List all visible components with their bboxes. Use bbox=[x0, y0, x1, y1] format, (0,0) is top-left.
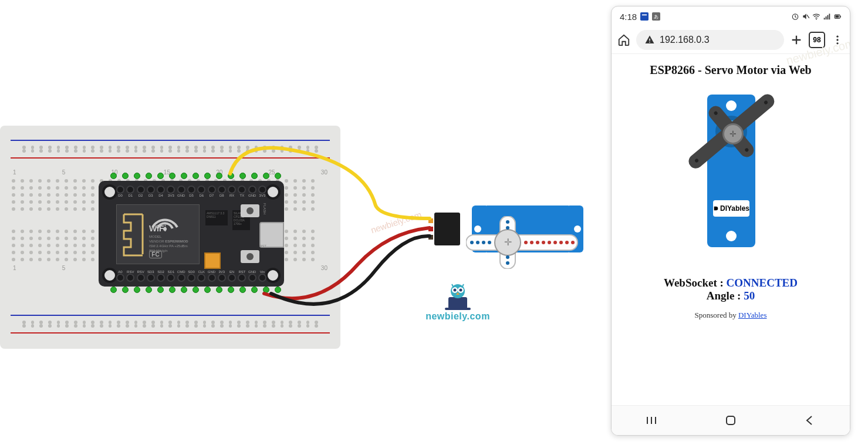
translate-icon: あ bbox=[652, 12, 660, 21]
add-tab-icon[interactable] bbox=[790, 33, 803, 46]
back-button[interactable] bbox=[803, 413, 817, 427]
status-time: 4:18 bbox=[620, 12, 637, 22]
app-icon bbox=[640, 12, 649, 21]
servo-widget[interactable]: ✛ DIYables bbox=[690, 95, 772, 247]
fcc-icon: FC bbox=[149, 251, 162, 258]
svg-point-27 bbox=[454, 289, 457, 292]
svg-point-46 bbox=[836, 36, 838, 38]
svg-rect-42 bbox=[836, 15, 839, 18]
svg-point-12 bbox=[542, 241, 545, 244]
reset-button[interactable] bbox=[241, 250, 259, 263]
mute-icon bbox=[802, 12, 810, 21]
header-pins-top bbox=[110, 173, 281, 179]
svg-point-20 bbox=[506, 255, 509, 259]
svg-point-5 bbox=[470, 241, 474, 244]
diagram-container: newbiely.com newbiely.com newbiely.com n… bbox=[0, 0, 868, 448]
svg-rect-40 bbox=[829, 14, 830, 19]
svg-point-9 bbox=[524, 241, 528, 244]
svg-point-17 bbox=[571, 241, 575, 244]
phone-status-bar: 4:18 あ bbox=[612, 6, 850, 26]
url-text: 192.168.0.3 bbox=[660, 35, 710, 45]
signal-icon bbox=[823, 12, 831, 21]
flash-button[interactable] bbox=[241, 204, 259, 217]
svg-point-36 bbox=[816, 19, 817, 20]
svg-rect-43 bbox=[840, 16, 841, 18]
websocket-status: WebSocket : CONNECTED bbox=[617, 277, 844, 289]
svg-point-18 bbox=[506, 220, 509, 224]
svg-point-47 bbox=[836, 39, 838, 41]
servo-motor: ✛ bbox=[472, 200, 583, 258]
svg-point-14 bbox=[553, 241, 557, 244]
page-title: ESP8266 - Servo Motor via Web bbox=[617, 63, 844, 77]
svg-rect-45 bbox=[649, 42, 650, 43]
svg-rect-31 bbox=[642, 15, 647, 16]
browser-address-bar: 192.168.0.3 98 bbox=[612, 26, 850, 54]
newbiely-logo: newbiely.com bbox=[423, 282, 493, 322]
home-button[interactable] bbox=[724, 413, 738, 427]
servo-arm: ✛ bbox=[466, 216, 589, 269]
phone-mockup: newbiely.com 4:18 あ 192.168. bbox=[611, 6, 850, 436]
esp8266-board: D0D1D2D3D43V3GNDD5D6D7D8RXTXGND3V3 A0RSV… bbox=[99, 181, 284, 287]
wifi-icon bbox=[812, 12, 820, 21]
svg-rect-66 bbox=[727, 416, 735, 425]
url-field[interactable]: 192.168.0.3 bbox=[636, 30, 784, 50]
svg-point-28 bbox=[460, 289, 462, 292]
angle-status: Angle : 50 bbox=[617, 289, 844, 302]
svg-point-6 bbox=[476, 241, 479, 244]
svg-point-7 bbox=[482, 241, 485, 244]
svg-point-8 bbox=[488, 241, 491, 244]
svg-text:あ: あ bbox=[654, 14, 658, 19]
servo-hub: ✛ bbox=[722, 123, 744, 144]
svg-rect-39 bbox=[828, 15, 829, 20]
wifi-module: WiFi MODEL VENDOR ESP8266MOD ISM 2.4GHz … bbox=[116, 204, 200, 264]
svg-rect-22 bbox=[448, 297, 467, 309]
tabs-button[interactable]: 98 bbox=[809, 32, 825, 48]
servo-connector bbox=[434, 213, 460, 245]
regulator-chip: AMS1117 3.3 DN811 bbox=[205, 210, 228, 225]
battery-icon bbox=[833, 12, 842, 21]
sponsor-link[interactable]: DIYables bbox=[738, 311, 767, 319]
menu-icon[interactable] bbox=[831, 33, 844, 46]
watermark: newbiely.com bbox=[370, 210, 423, 235]
svg-point-48 bbox=[836, 42, 838, 44]
web-page: ESP8266 - Servo Motor via Web ✛ bbox=[612, 54, 850, 320]
alarm-icon bbox=[791, 12, 799, 21]
svg-rect-30 bbox=[640, 12, 649, 21]
svg-point-10 bbox=[530, 241, 533, 244]
svg-point-21 bbox=[506, 261, 509, 265]
insecure-icon bbox=[644, 35, 655, 45]
sponsor-text: Sponsored by DIYables bbox=[617, 311, 844, 320]
svg-point-11 bbox=[536, 241, 539, 244]
recents-button[interactable] bbox=[644, 413, 658, 427]
home-icon[interactable] bbox=[617, 33, 630, 46]
svg-rect-37 bbox=[824, 18, 825, 19]
svg-rect-38 bbox=[826, 16, 827, 19]
svg-point-15 bbox=[559, 241, 563, 244]
pin-strip-top: D0D1D2D3D43V3GNDD5D6D7D8RXTXGND3V3 bbox=[116, 186, 266, 197]
header-pins-bot bbox=[110, 287, 281, 293]
android-nav-bar bbox=[612, 405, 850, 435]
diyables-label: DIYables bbox=[713, 200, 749, 217]
svg-point-16 bbox=[565, 241, 569, 244]
svg-point-19 bbox=[506, 226, 509, 230]
svg-text:✛: ✛ bbox=[504, 237, 512, 247]
pin-strip-bot: A0RSVRSVSD3SD2SD1CMDSD0CLKGND3V3ENRSTGND… bbox=[116, 270, 266, 282]
wifi-label: WiFi bbox=[149, 224, 166, 233]
svg-line-35 bbox=[807, 15, 809, 18]
svg-rect-23 bbox=[445, 308, 471, 310]
component bbox=[204, 252, 221, 269]
svg-rect-44 bbox=[649, 39, 650, 41]
svg-point-13 bbox=[548, 241, 551, 244]
